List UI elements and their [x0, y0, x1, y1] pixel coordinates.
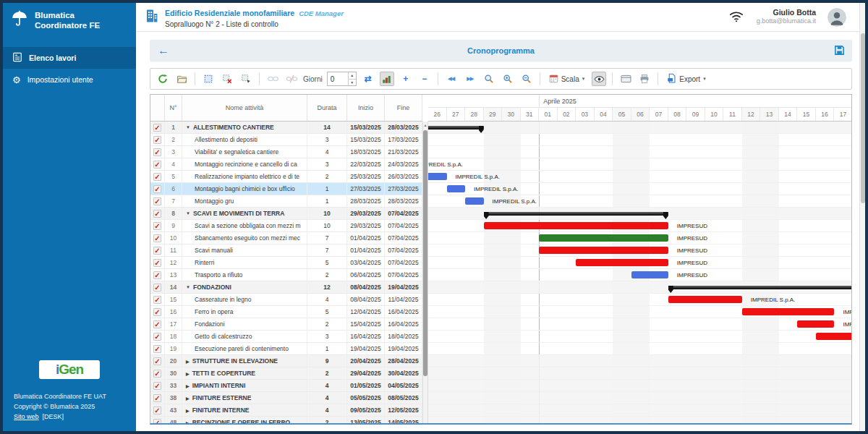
remove-row-button[interactable]: − [417, 72, 432, 86]
export-dropdown[interactable]: Export ▾ [664, 72, 708, 86]
table-row[interactable]: ✓10Sbancamento eseguito con mezzi mec701… [150, 232, 422, 244]
table-row[interactable]: ✓2Allestimento di depositi315/03/202517/… [150, 134, 422, 146]
unlink-tasks-button[interactable] [284, 72, 299, 86]
check-icon[interactable]: ✓ [153, 345, 161, 353]
gantt-task-bar[interactable] [484, 222, 668, 229]
gantt-task-bar[interactable] [668, 296, 742, 303]
page-scrollbar[interactable] [859, 3, 865, 431]
select-all-button[interactable] [201, 72, 216, 86]
check-icon[interactable]: ✓ [153, 234, 161, 242]
check-icon[interactable]: ✓ [153, 284, 161, 292]
scroll-up-icon[interactable]: ▲ [422, 123, 428, 127]
gantt-task-bar[interactable] [797, 320, 834, 328]
visibility-button[interactable] [592, 72, 606, 86]
check-icon[interactable]: ✓ [153, 173, 161, 181]
check-icon[interactable]: ✓ [153, 333, 161, 341]
check-icon[interactable]: ✓ [153, 419, 161, 424]
zoom-fit-button[interactable] [482, 72, 496, 86]
deselect-button[interactable] [220, 72, 234, 86]
check-icon[interactable]: ✓ [153, 320, 161, 328]
check-icon[interactable]: ✓ [153, 296, 161, 304]
check-icon[interactable]: ✓ [153, 161, 161, 169]
table-row[interactable]: ✓48▶RECINZIONE E OPERE IN FERRO213/05/20… [150, 417, 422, 423]
table-row[interactable]: ✓14▼FONDAZIONI1208/04/202519/04/2025 [150, 281, 422, 294]
page-scrollbar-thumb[interactable] [861, 33, 865, 203]
collapse-icon[interactable]: ▼ [186, 125, 190, 129]
scroll-left-button[interactable]: ◀◀ [444, 72, 459, 86]
zoom-out-button[interactable] [519, 72, 534, 86]
check-icon[interactable]: ✓ [153, 247, 161, 255]
table-row[interactable]: ✓4Montaggio recinzione e cancello di ca3… [150, 158, 422, 171]
giorni-input[interactable] [328, 72, 348, 85]
expand-icon[interactable]: ▶ [186, 359, 190, 364]
scrollbar-thumb[interactable] [423, 130, 427, 376]
table-row[interactable]: ✓33▶IMPIANTI INTERNI401/05/202504/05/202… [150, 380, 422, 392]
shift-dates-button[interactable]: ⇄ [361, 72, 375, 86]
avatar[interactable] [827, 8, 846, 27]
table-row[interactable]: ✓5Realizzazione impianto elettrico e di … [150, 171, 422, 183]
panel-view-button[interactable] [618, 72, 633, 86]
table-row[interactable]: ✓6Montaggio bagni chimici e box ufficio1… [150, 183, 422, 195]
zoom-in-button[interactable] [501, 72, 515, 86]
save-button[interactable] [834, 45, 845, 59]
gantt-summary-bar[interactable] [428, 126, 484, 129]
gantt-task-bar[interactable] [631, 271, 668, 278]
table-row[interactable]: ✓38▶FINITURE ESTERNE405/05/202508/05/202… [150, 392, 422, 404]
table-row[interactable]: ✓7Montaggio gru128/03/202528/03/2025 [150, 195, 422, 208]
sidebar-item-impostazioni-utente[interactable]: ⚙ Impostazioni utente [3, 69, 136, 90]
back-button[interactable]: ← [158, 45, 169, 56]
spin-down-icon[interactable]: ▼ [349, 80, 356, 86]
check-icon[interactable]: ✓ [153, 394, 161, 402]
gantt-task-bar[interactable] [816, 333, 851, 340]
gantt-task-bar[interactable] [465, 197, 484, 205]
user-info[interactable]: Giulio Botta g.botta@blumatica.it [757, 8, 816, 26]
refresh-button[interactable] [156, 72, 170, 86]
table-row[interactable]: ✓17Fondazioni215/04/202516/04/2025 [150, 318, 422, 331]
expand-icon[interactable]: ▶ [186, 408, 190, 413]
table-row[interactable]: ✓30▶TETTI E COPERTURE229/04/202530/04/20… [150, 367, 422, 380]
expand-icon[interactable]: ▶ [186, 420, 190, 424]
gantt-task-bar[interactable] [539, 234, 668, 242]
table-row[interactable]: ✓9Scavi a sezione obbligata con mezzi m1… [150, 220, 422, 232]
print-button[interactable] [637, 72, 652, 86]
table-row[interactable]: ✓20▶STRUTTURE IN ELEVAZIONE920/04/202528… [150, 355, 422, 367]
table-scrollbar[interactable]: ▲ [422, 95, 428, 423]
gantt-task-bar[interactable] [576, 259, 668, 266]
check-icon[interactable]: ✓ [153, 210, 161, 218]
table-row[interactable]: ✓19Esecuzione pareti di contenimento119/… [150, 343, 422, 355]
add-row-button[interactable]: + [399, 72, 413, 86]
table-row[interactable]: ✓12Rinterri503/04/202507/04/2025 [150, 257, 422, 269]
invert-selection-button[interactable] [239, 72, 253, 86]
check-icon[interactable]: ✓ [153, 136, 161, 144]
check-icon[interactable]: ✓ [153, 308, 161, 316]
gantt-task-bar[interactable] [447, 185, 466, 192]
check-icon[interactable]: ✓ [153, 185, 161, 193]
table-row[interactable]: ✓15Casserature in legno408/04/202511/04/… [150, 294, 422, 306]
table-row[interactable]: ✓16Ferro in opera512/04/202516/04/2025 [150, 306, 422, 318]
check-icon[interactable]: ✓ [153, 370, 161, 378]
check-icon[interactable]: ✓ [153, 197, 161, 205]
check-icon[interactable]: ✓ [153, 124, 161, 132]
expand-icon[interactable]: ▶ [186, 396, 190, 401]
table-row[interactable]: ✓43▶FINITURE INTERNE409/05/202512/05/202… [150, 404, 422, 417]
table-row[interactable]: ✓13Trasporto a rifiuto206/04/202507/04/2… [150, 269, 422, 281]
scala-dropdown[interactable]: Scala ▾ [546, 72, 588, 86]
table-row[interactable]: ✓1▼ALLESTIMENTO CANTIERE1415/03/202528/0… [150, 122, 422, 134]
open-folder-button[interactable] [174, 72, 189, 86]
collapse-icon[interactable]: ▼ [186, 211, 190, 216]
collapse-icon[interactable]: ▼ [186, 285, 190, 289]
gantt-task-bar[interactable] [428, 173, 447, 180]
sito-web-link[interactable]: Sito web [14, 413, 39, 420]
check-icon[interactable]: ✓ [153, 407, 161, 414]
sidebar-item-elenco-lavori[interactable]: Elenco lavori [3, 47, 136, 69]
table-row[interactable]: ✓8▼SCAVI E MOVIMENTI DI TERRA1029/03/202… [150, 208, 422, 220]
check-icon[interactable]: ✓ [153, 222, 161, 230]
gantt-summary-bar[interactable] [484, 212, 668, 216]
check-icon[interactable]: ✓ [153, 382, 161, 390]
table-row[interactable]: ✓18Getto di calcestruzzo316/04/202518/04… [150, 331, 422, 343]
scroll-right-button[interactable]: ▶▶ [463, 72, 477, 86]
expand-icon[interactable]: ▶ [186, 383, 190, 388]
check-icon[interactable]: ✓ [153, 271, 161, 279]
levels-button[interactable] [380, 72, 394, 86]
gantt-task-bar[interactable] [539, 247, 668, 254]
